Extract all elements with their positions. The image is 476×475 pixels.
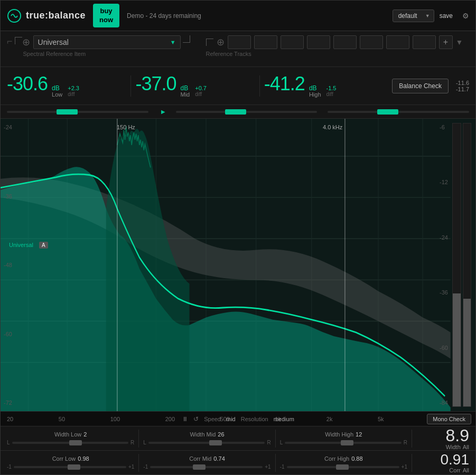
mid-playback-track[interactable] [176,111,318,113]
preset-select-wrapper[interactable]: default [393,10,434,22]
save-button[interactable]: save [440,12,453,20]
vu-meter [452,123,471,407]
mid-diff-label: diff [195,91,207,97]
corr-high-val: 0.88 [351,455,362,462]
corr-low-slider[interactable] [14,466,126,468]
low-db-label: dB [52,85,60,91]
ref-track-3[interactable] [281,35,304,49]
resolution-value: medium [274,416,294,422]
low-diff-group: +2.3 diff [68,85,79,97]
corr-mid-thumb [193,464,206,470]
width-sep-2 [275,430,276,448]
low-band-label: Low [52,91,62,98]
high-playback-track[interactable] [328,111,469,113]
width-mid-slider-row: L R [143,440,270,445]
width-low-label-row: Width Low 2 [54,431,87,438]
mid-band-label: Mid [180,91,190,98]
logo-area: true:balance [7,8,86,23]
ref-tracks-inner: ⊕ + ▼ [206,35,469,49]
ref-track-5[interactable] [333,35,357,49]
ref-track-6[interactable] [360,35,383,49]
spectral-ref-selector[interactable]: Universal ▼ [33,35,181,49]
mid-diff-group: +0.7 diff [195,85,207,97]
corr-sep-2 [275,454,276,472]
width-high-r: R [404,440,407,445]
mid-meter-value: -37.0 [135,74,176,93]
corr-low-thumb [68,464,80,470]
corr-high-slider[interactable] [287,466,399,468]
bracket-tl: ⌐ [7,36,13,46]
mid-meter-unit: dB Mid [180,85,190,98]
width-all-group: 8.9 Width All [416,427,469,450]
width-mid-l: L [143,440,146,445]
corner-tl [15,37,22,44]
corr-sep-3 [412,454,412,472]
settings-icon[interactable]: ⚙ [462,12,469,20]
ref-track-4[interactable] [307,35,330,49]
width-high-slider[interactable] [285,442,402,444]
width-high-label-row: Width High 12 [325,431,362,438]
pause-icon[interactable]: ⏸ [182,415,188,423]
refresh-icon[interactable]: ↺ [193,415,199,423]
corr-low-minus: -1 [7,464,12,470]
corr-mid-val: 0.74 [213,455,225,462]
high-diff-label: diff [326,91,337,97]
level2: -11.7 [456,86,469,92]
logo-text: true:balance [26,10,86,21]
target-crosshair: ⊕ [22,36,30,48]
low-meter-group: -30.6 dB Low +2.3 diff [7,74,126,98]
resolution-label: Resolution [241,416,268,422]
corner-br [183,35,190,43]
corr-all-unit: Corr [449,467,460,473]
width-mid-thumb [209,440,222,445]
spectral-ref-subtitle: Spectral Reference Item [22,51,181,57]
freq-2k: 2k [326,416,333,422]
corr-high-group: Corr High 0.88 -1 +1 [280,455,407,470]
mid-db-label: dB [180,85,188,91]
corr-mid-label-row: Corr Mid 0.74 [189,455,225,462]
corr-all-value: 0.91 [440,452,469,467]
width-high-slider-row: L R [280,440,407,445]
width-mid-slider[interactable] [148,442,265,444]
corr-low-val: 0.98 [78,455,89,462]
corr-high-slider-row: -1 +1 [280,464,407,470]
corr-mid-slider[interactable] [150,466,263,468]
mid-playback-thumb [225,109,246,115]
universal-label: Universal A [9,242,48,249]
corr-low-slider-row: -1 +1 [7,464,134,470]
playback-bar: ▶ [1,105,475,119]
width-low-val: 2 [83,431,87,438]
low-playback-track[interactable] [7,111,148,113]
width-low-thumb [69,440,82,445]
freq-axis: 20 50 100 200 500 1k 2k 5k 10k ⏸ ↺ Speed… [1,411,475,426]
width-low-group: Width Low 2 L R [7,431,134,445]
speed-value: mid [226,416,236,422]
buy-now-button[interactable]: buy now [93,4,119,28]
ref-track-7[interactable] [386,35,409,49]
preset-dropdown[interactable]: default [393,10,434,22]
plugin-container: true:balance buy now Demo - 24 days rema… [0,0,476,475]
freq-100: 100 [110,416,120,422]
width-all-unit2: All [463,444,469,450]
ref-tracks-arrow[interactable]: ▼ [456,38,463,46]
width-high-thumb [341,440,353,445]
top-bar: true:balance buy now Demo - 24 days rema… [1,1,475,31]
mono-check-button[interactable]: Mono Check [427,414,471,424]
vu-left [452,123,461,407]
corr-all-group: 0.91 Corr All [416,452,469,473]
width-low-r: R [130,440,134,445]
freq-200: 200 [165,416,175,422]
corr-low-label: Corr Low [52,455,76,462]
width-low-slider[interactable] [12,442,129,444]
corr-low-group: Corr Low 0.98 -1 +1 [7,455,134,470]
ref-track-8[interactable] [413,35,436,49]
play-icon[interactable]: ▶ [161,109,165,115]
ref-track-1[interactable] [228,35,251,49]
low-playback-thumb [57,109,78,115]
ref-track-2[interactable] [254,35,277,49]
add-ref-track-button[interactable]: + [439,35,453,49]
reference-tracks-area: ⊕ + ▼ Reference Tracks [206,35,469,57]
mid-meter-group: -37.0 dB Mid +0.7 diff [135,74,255,98]
balance-check-button[interactable]: Balance Check [392,79,449,93]
corr-mid-slider-row: -1 +1 [143,464,270,470]
